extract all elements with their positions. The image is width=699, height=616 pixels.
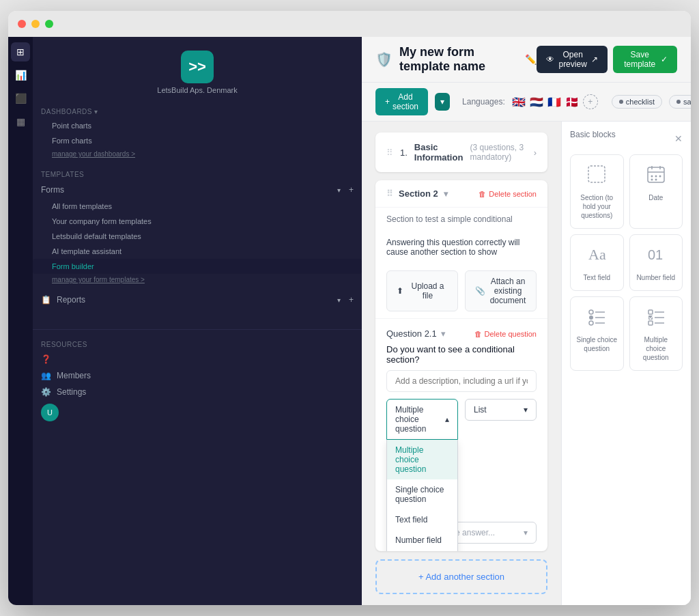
nav-form-charts[interactable]: Form charts <box>33 133 362 148</box>
add-another-section[interactable]: + Add another section <box>375 559 547 594</box>
nav-ai-assistant[interactable]: AI template assistant <box>33 244 362 259</box>
option-multiple-choice[interactable]: Multiple choice question <box>387 440 457 479</box>
minimize-dot[interactable] <box>31 20 40 28</box>
add-section-dropdown[interactable]: ▾ <box>435 93 450 111</box>
option-number-field[interactable]: Number field <box>387 530 457 550</box>
close-panel-icon[interactable]: ✕ <box>674 133 683 144</box>
resources-label: Resources <box>41 338 354 351</box>
edit-title-icon[interactable]: ✏️ <box>525 54 537 65</box>
block-single-choice[interactable]: Single choice question <box>570 296 624 371</box>
section-block-icon <box>586 163 608 189</box>
nav-members[interactable]: 👥 Members <box>41 367 354 384</box>
maximize-dot[interactable] <box>45 20 53 28</box>
logo-area: >> LetsBuild Aps. Denmark <box>33 42 362 102</box>
close-dot[interactable] <box>18 20 26 28</box>
single-choice-label: Single choice question <box>576 335 618 353</box>
right-panel: Basic blocks ✕ Section (to hold your que… <box>561 122 691 605</box>
sidebar: >> LetsBuild Aps. Denmark Dashboards ▾ P… <box>33 37 362 605</box>
nav-reports-label: 📋 <box>41 295 51 305</box>
nav-add-report[interactable]: + <box>349 295 354 305</box>
section-1-collapsed[interactable]: ⠿ 1. Basic Information (3 questions, 3 m… <box>375 132 547 172</box>
nav-manage-dashboards[interactable]: manage your dashboards > <box>33 148 362 160</box>
upload-icon: ⬆ <box>397 286 403 296</box>
form-editor: ⠿ 1. Basic Information (3 questions, 3 m… <box>362 122 561 605</box>
svg-rect-22 <box>648 321 653 325</box>
question-type-select[interactable]: Multiple choice question ▴ <box>386 399 458 440</box>
block-section[interactable]: Section (to hold your questions) <box>570 154 624 229</box>
nav-default-templates[interactable]: Letsbuild default templates <box>33 229 362 244</box>
description-input[interactable] <box>386 370 537 392</box>
svg-text:01: 01 <box>648 247 663 262</box>
delete-question-button[interactable]: 🗑 Delete question <box>474 330 537 338</box>
svg-point-9 <box>655 179 657 181</box>
checklist-tag[interactable]: checklist <box>612 95 662 109</box>
safety-tag[interactable]: safety <box>669 95 691 109</box>
upload-file-button[interactable]: ⬆ Upload a file <box>386 270 458 311</box>
flag-nl[interactable]: 🇳🇱 <box>530 96 543 109</box>
nav-settings[interactable]: ⚙️ Settings <box>41 384 354 400</box>
content-area: ⠿ 1. Basic Information (3 questions, 3 m… <box>362 122 691 605</box>
user-avatar-area[interactable]: U <box>41 400 354 425</box>
add-language-button[interactable]: + <box>583 94 598 109</box>
question-chevron[interactable]: ▾ <box>441 328 446 339</box>
number-block-label: Number field <box>636 273 675 282</box>
nav-help[interactable]: ❓ <box>41 351 354 367</box>
save-template-button[interactable]: Save template ✓ <box>613 46 677 73</box>
nav-point-charts[interactable]: Point charts <box>33 118 362 133</box>
checklist-dot <box>619 100 623 104</box>
save-check-icon: ✓ <box>661 55 668 64</box>
nav-icon-grid[interactable]: ▦ <box>11 112 30 131</box>
nav-icon-home[interactable]: ⊞ <box>11 42 30 61</box>
languages-label: Languages: <box>462 97 505 107</box>
preview-button[interactable]: 👁 Open preview ↗ <box>537 46 608 73</box>
attach-document-button[interactable]: 📎 Attach an existing document <box>465 270 537 311</box>
block-date[interactable]: Date <box>629 154 683 229</box>
delete-section-button[interactable]: 🗑 Delete section <box>479 190 537 198</box>
nav-company-templates[interactable]: Your company form templates <box>33 214 362 229</box>
number-block-icon: 01 <box>645 243 667 269</box>
delete-question-label: Delete question <box>485 330 537 338</box>
block-number-field[interactable]: 01 Number field <box>629 234 683 291</box>
flag-gb[interactable]: 🇬🇧 <box>512 96 526 109</box>
svg-point-12 <box>589 310 593 314</box>
choose-answer-chevron: ▾ <box>524 528 528 537</box>
nav-add-form[interactable]: + <box>349 185 354 195</box>
block-multi-choice[interactable]: Multiple choice question <box>629 296 683 371</box>
option-date-field[interactable]: Date field <box>387 550 457 551</box>
nav-forms[interactable]: Forms ▾ + <box>33 181 362 199</box>
option-single-choice[interactable]: Single choice question <box>387 479 457 509</box>
block-text-field[interactable]: Aa Text field <box>570 234 624 291</box>
nav-form-builder[interactable]: Form builder <box>33 259 362 274</box>
safety-label: safety <box>683 98 691 106</box>
nav-manage-templates[interactable]: manage your form templates > <box>33 274 362 285</box>
text-block-label: Text field <box>584 273 610 282</box>
section-2-chevron[interactable]: ▾ <box>444 189 448 199</box>
preview-icon: 👁 <box>546 55 554 64</box>
nav-label-dashboards: Dashboards ▾ <box>33 102 362 118</box>
nav-reports[interactable]: 📋 Reports ▾ + <box>33 291 362 309</box>
nav-icon-layers[interactable]: ⬛ <box>11 89 30 108</box>
flag-dk[interactable]: 🇩🇰 <box>565 96 579 109</box>
company-name: LetsBuild Aps. Denmark <box>157 86 237 94</box>
option-text-field[interactable]: Text field <box>387 509 457 530</box>
list-type-select[interactable]: List ▾ <box>465 399 537 421</box>
file-actions: ⬆ Upload a file 📎 Attach an existing doc… <box>375 264 547 318</box>
delete-question-icon: 🗑 <box>474 330 482 338</box>
question-text: Do you want to see a conditional section… <box>386 344 537 365</box>
preview-label: Open preview <box>558 50 587 69</box>
nav-reports-text: Reports <box>57 295 85 305</box>
add-section-button[interactable]: + Add section <box>375 88 428 115</box>
svg-point-16 <box>589 321 593 325</box>
svg-text:Aa: Aa <box>588 246 606 263</box>
nav-icon-chart[interactable]: 📊 <box>11 66 30 85</box>
nav-all-form-templates[interactable]: All form templates <box>33 199 362 214</box>
help-icon: ❓ <box>41 354 51 364</box>
nav-forms-label: Forms <box>41 185 64 195</box>
question-type-control: Multiple choice question ▴ Multiple choi… <box>386 399 458 440</box>
type-chevron: ▴ <box>445 415 449 424</box>
flag-fr[interactable]: 🇫🇷 <box>547 96 561 109</box>
form-title-area: 🛡️ My new form template name ✏️ <box>375 45 537 74</box>
multi-choice-label: Multiple choice question <box>636 335 677 362</box>
svg-rect-18 <box>648 310 653 314</box>
add-section-icon: + <box>385 97 390 107</box>
